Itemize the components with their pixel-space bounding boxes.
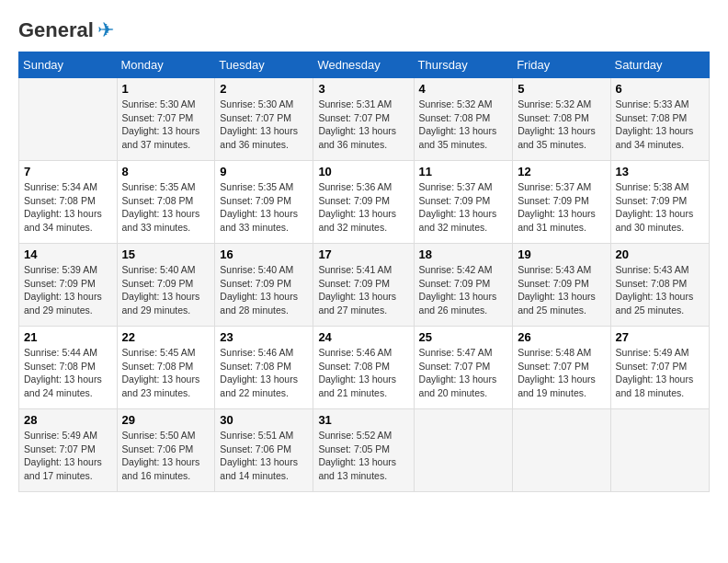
calendar-cell (610, 409, 709, 492)
calendar-cell: 9Sunrise: 5:35 AMSunset: 7:09 PMDaylight… (215, 161, 313, 244)
daylight-text: Daylight: 13 hours and 25 minutes. (518, 290, 605, 316)
calendar-cell: 22Sunrise: 5:45 AMSunset: 7:08 PMDayligh… (117, 327, 215, 409)
day-number: 23 (220, 330, 308, 344)
logo: General ✈ (18, 18, 114, 42)
day-info: Sunrise: 5:41 AMSunset: 7:09 PMDaylight:… (318, 263, 408, 317)
calendar-cell: 7Sunrise: 5:34 AMSunset: 7:08 PMDaylight… (19, 161, 118, 244)
day-number: 8 (122, 165, 210, 178)
sunset-text: Sunset: 7:08 PM (318, 360, 408, 373)
sunset-text: Sunset: 7:07 PM (419, 360, 508, 373)
day-info: Sunrise: 5:35 AMSunset: 7:08 PMDaylight:… (122, 180, 210, 235)
day-number: 15 (122, 247, 210, 261)
day-info: Sunrise: 5:43 AMSunset: 7:09 PMDaylight:… (518, 263, 605, 317)
sunset-text: Sunset: 7:09 PM (518, 277, 605, 291)
sunrise-text: Sunrise: 5:47 AM (419, 346, 508, 360)
sunrise-text: Sunrise: 5:40 AM (220, 263, 308, 277)
sunrise-text: Sunrise: 5:51 AM (220, 429, 308, 442)
sunset-text: Sunset: 7:07 PM (616, 360, 704, 373)
day-info: Sunrise: 5:42 AMSunset: 7:09 PMDaylight:… (419, 263, 508, 317)
day-number: 21 (24, 330, 112, 344)
calendar-week-4: 21Sunrise: 5:44 AMSunset: 7:08 PMDayligh… (19, 327, 710, 409)
calendar-table: SundayMondayTuesdayWednesdayThursdayFrid… (18, 52, 710, 492)
calendar-cell: 30Sunrise: 5:51 AMSunset: 7:06 PMDayligh… (215, 409, 313, 492)
day-number: 11 (419, 165, 508, 178)
day-info: Sunrise: 5:35 AMSunset: 7:09 PMDaylight:… (220, 180, 308, 235)
sunset-text: Sunset: 7:08 PM (220, 360, 308, 373)
daylight-text: Daylight: 13 hours and 32 minutes. (419, 207, 508, 234)
sunrise-text: Sunrise: 5:49 AM (616, 346, 704, 360)
day-number: 16 (220, 247, 308, 261)
day-number: 28 (24, 413, 112, 427)
calendar-cell: 28Sunrise: 5:49 AMSunset: 7:07 PMDayligh… (19, 409, 118, 492)
calendar-cell: 18Sunrise: 5:42 AMSunset: 7:09 PMDayligh… (414, 244, 513, 327)
sunset-text: Sunset: 7:09 PM (122, 277, 210, 291)
calendar-header-row: SundayMondayTuesdayWednesdayThursdayFrid… (19, 52, 710, 78)
sunset-text: Sunset: 7:08 PM (518, 111, 605, 125)
calendar-cell: 24Sunrise: 5:46 AMSunset: 7:08 PMDayligh… (313, 327, 414, 409)
day-number: 18 (419, 247, 508, 261)
sunset-text: Sunset: 7:07 PM (122, 111, 210, 125)
daylight-text: Daylight: 13 hours and 19 minutes. (518, 373, 605, 399)
day-number: 1 (122, 82, 210, 96)
calendar-cell: 25Sunrise: 5:47 AMSunset: 7:07 PMDayligh… (414, 327, 513, 409)
sunrise-text: Sunrise: 5:32 AM (419, 98, 508, 111)
calendar-cell: 3Sunrise: 5:31 AMSunset: 7:07 PMDaylight… (313, 78, 414, 161)
calendar-cell: 10Sunrise: 5:36 AMSunset: 7:09 PMDayligh… (313, 161, 414, 244)
day-number: 29 (122, 413, 210, 427)
daylight-text: Daylight: 13 hours and 37 minutes. (122, 124, 210, 151)
daylight-text: Daylight: 13 hours and 26 minutes. (419, 290, 508, 316)
calendar-cell: 29Sunrise: 5:50 AMSunset: 7:06 PMDayligh… (117, 409, 215, 492)
sunset-text: Sunset: 7:09 PM (220, 277, 308, 291)
day-number: 13 (616, 165, 704, 178)
day-number: 19 (518, 247, 605, 261)
daylight-text: Daylight: 13 hours and 27 minutes. (318, 290, 408, 316)
calendar-cell: 13Sunrise: 5:38 AMSunset: 7:09 PMDayligh… (610, 161, 709, 244)
day-info: Sunrise: 5:51 AMSunset: 7:06 PMDaylight:… (220, 429, 308, 483)
calendar-cell: 23Sunrise: 5:46 AMSunset: 7:08 PMDayligh… (215, 327, 313, 409)
day-number: 26 (518, 330, 605, 344)
calendar-cell: 5Sunrise: 5:32 AMSunset: 7:08 PMDaylight… (513, 78, 610, 161)
calendar-cell: 2Sunrise: 5:30 AMSunset: 7:07 PMDaylight… (215, 78, 313, 161)
day-number: 31 (318, 413, 408, 427)
logo-general: General (18, 18, 94, 42)
sunset-text: Sunset: 7:06 PM (220, 442, 308, 456)
calendar-cell: 15Sunrise: 5:40 AMSunset: 7:09 PMDayligh… (117, 244, 215, 327)
sunset-text: Sunset: 7:08 PM (616, 111, 704, 125)
daylight-text: Daylight: 13 hours and 18 minutes. (616, 373, 704, 399)
day-info: Sunrise: 5:36 AMSunset: 7:09 PMDaylight:… (318, 180, 408, 235)
day-info: Sunrise: 5:30 AMSunset: 7:07 PMDaylight:… (122, 98, 210, 152)
day-info: Sunrise: 5:43 AMSunset: 7:08 PMDaylight:… (616, 263, 704, 317)
sunrise-text: Sunrise: 5:40 AM (122, 263, 210, 277)
sunrise-text: Sunrise: 5:37 AM (518, 180, 605, 194)
daylight-text: Daylight: 13 hours and 28 minutes. (220, 290, 308, 316)
calendar-week-2: 7Sunrise: 5:34 AMSunset: 7:08 PMDaylight… (19, 161, 710, 244)
calendar-week-3: 14Sunrise: 5:39 AMSunset: 7:09 PMDayligh… (19, 244, 710, 327)
day-number: 25 (419, 330, 508, 344)
column-header-saturday: Saturday (610, 52, 709, 78)
day-info: Sunrise: 5:45 AMSunset: 7:08 PMDaylight:… (122, 346, 210, 400)
sunset-text: Sunset: 7:08 PM (122, 360, 210, 373)
column-header-monday: Monday (117, 52, 215, 78)
daylight-text: Daylight: 13 hours and 17 minutes. (24, 455, 112, 482)
sunrise-text: Sunrise: 5:50 AM (122, 429, 210, 442)
sunset-text: Sunset: 7:08 PM (616, 277, 704, 291)
sunrise-text: Sunrise: 5:52 AM (318, 429, 408, 442)
daylight-text: Daylight: 13 hours and 13 minutes. (318, 455, 408, 482)
day-info: Sunrise: 5:32 AMSunset: 7:08 PMDaylight:… (518, 98, 605, 152)
daylight-text: Daylight: 13 hours and 34 minutes. (24, 207, 112, 234)
sunset-text: Sunset: 7:07 PM (220, 111, 308, 125)
sunrise-text: Sunrise: 5:46 AM (220, 346, 308, 360)
calendar-cell: 1Sunrise: 5:30 AMSunset: 7:07 PMDaylight… (117, 78, 215, 161)
day-info: Sunrise: 5:46 AMSunset: 7:08 PMDaylight:… (220, 346, 308, 400)
day-info: Sunrise: 5:37 AMSunset: 7:09 PMDaylight:… (518, 180, 605, 235)
daylight-text: Daylight: 13 hours and 21 minutes. (318, 373, 408, 399)
calendar-cell (19, 78, 118, 161)
sunrise-text: Sunrise: 5:31 AM (318, 98, 408, 111)
column-header-tuesday: Tuesday (215, 52, 313, 78)
daylight-text: Daylight: 13 hours and 35 minutes. (419, 124, 508, 151)
calendar-cell: 26Sunrise: 5:48 AMSunset: 7:07 PMDayligh… (513, 327, 610, 409)
day-info: Sunrise: 5:40 AMSunset: 7:09 PMDaylight:… (220, 263, 308, 317)
day-info: Sunrise: 5:39 AMSunset: 7:09 PMDaylight:… (24, 263, 112, 317)
day-info: Sunrise: 5:40 AMSunset: 7:09 PMDaylight:… (122, 263, 210, 317)
sunset-text: Sunset: 7:09 PM (616, 194, 704, 208)
